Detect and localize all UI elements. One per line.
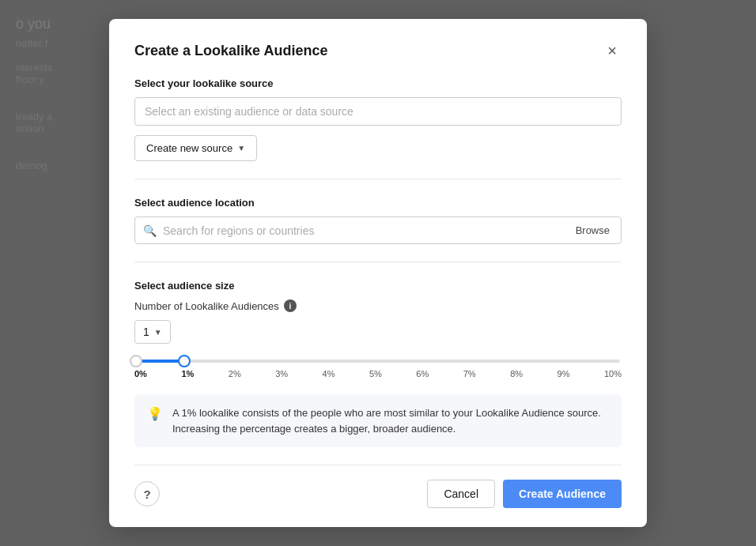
slider-fill <box>136 360 184 363</box>
create-audience-button[interactable]: Create Audience <box>503 480 622 508</box>
create-source-label: Create new source <box>146 142 232 154</box>
browse-button[interactable]: Browse <box>573 223 613 238</box>
slider-label-9: 9% <box>558 369 570 378</box>
help-button[interactable]: ? <box>134 481 160 506</box>
slider-thumb-right[interactable] <box>178 355 191 367</box>
modal-header: Create a Lookalike Audience × <box>134 41 622 60</box>
slider-label-8: 8% <box>510 369 523 378</box>
slider-label-4: 4% <box>323 369 335 378</box>
modal-footer: ? Cancel Create Audience <box>134 465 622 508</box>
slider-label-7: 7% <box>463 369 476 378</box>
location-search-input[interactable] <box>163 224 566 237</box>
size-slider-container <box>134 360 622 363</box>
audience-count-row: Number of Lookalike Audiences i <box>134 299 622 312</box>
size-section: Select audience size Number of Lookalike… <box>134 280 622 447</box>
slider-thumb-left[interactable] <box>130 355 142 367</box>
size-section-label: Select audience size <box>134 280 622 292</box>
slider-label-0: 0% <box>134 369 147 378</box>
slider-label-10: 10% <box>604 369 622 378</box>
location-search-box: 🔍 Browse <box>134 217 622 244</box>
search-icon: 🔍 <box>143 224 157 237</box>
info-box-text: A 1% lookalike consists of the people wh… <box>172 405 609 436</box>
slider-label-3: 3% <box>275 369 288 378</box>
location-section-label: Select audience location <box>134 197 622 209</box>
audience-count-text: Number of Lookalike Audiences <box>134 300 279 312</box>
create-lookalike-modal: Create a Lookalike Audience × Select you… <box>109 19 647 527</box>
cancel-button[interactable]: Cancel <box>427 480 495 508</box>
slider-label-2: 2% <box>229 369 241 378</box>
slider-labels: 0% 1% 2% 3% 4% 5% 6% 7% 8% 9% 10% <box>134 369 622 378</box>
audience-count-select[interactable]: 1 ▼ <box>134 320 171 344</box>
modal-title: Create a Lookalike Audience <box>134 43 327 59</box>
count-dropdown-arrow-icon: ▼ <box>154 328 162 337</box>
count-value: 1 <box>143 326 149 338</box>
info-box: 💡 A 1% lookalike consists of the people … <box>134 394 622 447</box>
slider-label-1: 1% <box>181 369 194 378</box>
source-input[interactable] <box>134 97 622 126</box>
source-section: Select your lookalike source Create new … <box>134 77 622 161</box>
location-section: Select audience location 🔍 Browse <box>134 197 622 244</box>
slider-track <box>136 360 620 363</box>
footer-actions: Cancel Create Audience <box>427 480 622 508</box>
create-new-source-button[interactable]: Create new source ▼ <box>134 135 257 161</box>
divider-2 <box>134 262 622 262</box>
lightbulb-icon: 💡 <box>147 406 163 421</box>
slider-label-5: 5% <box>369 369 382 378</box>
info-icon[interactable]: i <box>284 299 297 312</box>
source-section-label: Select your lookalike source <box>134 77 622 89</box>
dropdown-arrow-icon: ▼ <box>237 144 245 153</box>
close-button[interactable]: × <box>603 41 622 60</box>
divider-1 <box>134 179 622 179</box>
slider-label-6: 6% <box>416 369 429 378</box>
